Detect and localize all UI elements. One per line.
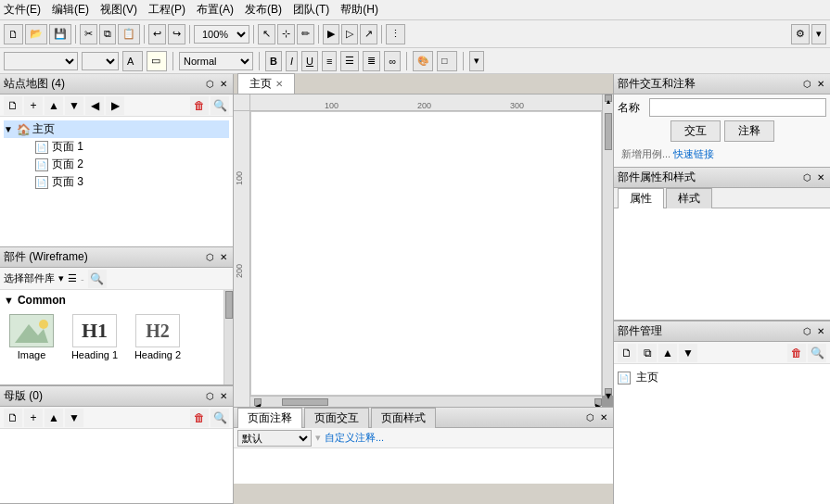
widget-h1-item[interactable]: H1 Heading 1	[67, 314, 122, 360]
master-search-btn[interactable]: 🔍	[211, 409, 229, 427]
compmgr-down-btn[interactable]: ▼	[679, 344, 697, 362]
share-btn[interactable]: ↗	[360, 24, 377, 44]
draw-btn[interactable]: ✏	[297, 24, 314, 44]
preview2-btn[interactable]: ▷	[341, 24, 358, 44]
copy-btn[interactable]: ⧉	[99, 24, 116, 44]
sitemap-page1-item[interactable]: 📄 页面 1	[22, 138, 229, 156]
sitemap-move-left-btn[interactable]: ◀	[85, 96, 104, 115]
sitemap-move-down-btn[interactable]: ▼	[65, 96, 83, 115]
fill-color-btn[interactable]: 🎨	[413, 51, 433, 71]
more-format-btn[interactable]: ▾	[469, 51, 484, 71]
border-color-btn[interactable]: □	[437, 51, 457, 71]
pagenotes-close-icon[interactable]: ✕	[598, 412, 609, 422]
property-tab-style[interactable]: 样式	[666, 188, 712, 208]
sitemap-move-right-btn[interactable]: ▶	[106, 96, 124, 115]
sitemap-root-toggle[interactable]: ▼	[4, 124, 15, 134]
canvas-tab-home[interactable]: 主页 ✕	[237, 73, 295, 94]
menu-publish[interactable]: 发布(B)	[245, 2, 282, 18]
pagenotes-tab-interact[interactable]: 页面交互	[304, 408, 369, 428]
new-btn[interactable]: 🗋	[4, 24, 23, 44]
compmgr-add-btn[interactable]: 🗋	[618, 344, 636, 362]
align-center-btn[interactable]: ☰	[340, 51, 359, 71]
align-left-btn[interactable]: ≡	[322, 51, 337, 71]
align-right-btn[interactable]: ≣	[363, 51, 380, 71]
sitemap-add-child-btn[interactable]: +	[24, 96, 43, 115]
widget-close-icon[interactable]: ✕	[218, 252, 229, 262]
widget-maximize-icon[interactable]: ⬡	[204, 252, 216, 262]
widget-scrollbar[interactable]	[223, 290, 233, 384]
widget-category-toggle[interactable]: ▼	[4, 295, 14, 306]
pagenotes-maximize-icon[interactable]: ⬡	[584, 412, 596, 422]
interaction-name-input[interactable]	[649, 98, 826, 117]
widget-h2-item[interactable]: H2 Heading 2	[130, 314, 185, 360]
master-down-btn[interactable]: ▼	[65, 409, 83, 427]
pagenotes-custom-link[interactable]: 自定义注释...	[325, 431, 384, 445]
underline-btn[interactable]: U	[301, 51, 318, 71]
cut-btn[interactable]: ✂	[80, 24, 97, 44]
pagenotes-tab-notes[interactable]: 页面注释	[237, 408, 302, 428]
menu-help[interactable]: 帮助(H)	[340, 2, 378, 18]
widget-image-item[interactable]: Image	[4, 314, 59, 360]
save-btn[interactable]: 💾	[49, 24, 71, 44]
compmgr-up-btn[interactable]: ▲	[658, 344, 677, 362]
compmgr-maximize-icon[interactable]: ⬡	[801, 326, 813, 336]
interaction-maximize-icon[interactable]: ⬡	[801, 79, 813, 89]
vscroll-track[interactable]	[605, 104, 612, 386]
master-delete-btn[interactable]: 🗑	[190, 409, 209, 427]
sitemap-page3-item[interactable]: 📄 页面 3	[22, 173, 229, 191]
more-btn[interactable]: ⋮	[386, 24, 405, 44]
sitemap-maximize-icon[interactable]: ⬡	[204, 79, 216, 89]
font-size-select[interactable]	[82, 52, 119, 70]
widget-search-btn[interactable]: 🔍	[88, 270, 107, 288]
color-btn[interactable]: A	[122, 51, 143, 71]
canvas-vscroll[interactable]: ▴ ▾	[602, 94, 613, 396]
interact-btn[interactable]: 交互	[670, 120, 721, 142]
canvas-content[interactable]	[250, 111, 602, 396]
link-btn[interactable]: ∞	[384, 51, 401, 71]
open-btn[interactable]: 📂	[25, 24, 47, 44]
select-btn[interactable]: ↖	[258, 24, 275, 44]
canvas-hscroll[interactable]: ◂ ▸	[250, 396, 602, 407]
redo-btn[interactable]: ↪	[168, 24, 185, 44]
hscroll-thumb[interactable]	[282, 398, 328, 406]
hscroll-track[interactable]	[263, 398, 593, 406]
paste-btn[interactable]: 📋	[118, 24, 140, 44]
sitemap-close-icon[interactable]: ✕	[218, 79, 229, 89]
pagenotes-default-select[interactable]: 默认	[237, 430, 312, 447]
connect-btn[interactable]: ⊹	[277, 24, 295, 44]
sitemap-delete-btn[interactable]: 🗑	[190, 96, 209, 115]
master-add-btn[interactable]: 🗋	[4, 409, 22, 427]
menu-layout[interactable]: 布置(A)	[197, 2, 234, 18]
sitemap-page2-item[interactable]: 📄 页面 2	[22, 156, 229, 173]
compmgr-item-home[interactable]: 📄 主页	[618, 368, 826, 387]
hscroll-btn-left[interactable]: ◂	[254, 398, 262, 406]
font-family-select[interactable]	[4, 52, 78, 70]
undo-btn[interactable]: ↩	[148, 24, 166, 44]
master-maximize-icon[interactable]: ⬡	[204, 391, 216, 401]
master-up-btn[interactable]: ▲	[45, 409, 63, 427]
menu-edit[interactable]: 编辑(E)	[52, 2, 89, 18]
vscroll-btn-down[interactable]: ▾	[605, 388, 612, 396]
pagenotes-tab-style[interactable]: 页面样式	[371, 408, 436, 428]
menu-file[interactable]: 文件(E)	[4, 2, 41, 18]
compmgr-search-btn[interactable]: 🔍	[808, 344, 826, 362]
expand-btn[interactable]: ▾	[811, 24, 826, 44]
vscroll-btn-up[interactable]: ▴	[605, 94, 612, 102]
style-select[interactable]: Normal	[179, 52, 253, 70]
settings-btn[interactable]: ⚙	[791, 24, 810, 44]
hint-link[interactable]: 快速链接	[673, 148, 714, 159]
pagenotes-dropdown-arrow[interactable]: ▾	[315, 432, 321, 444]
menu-view[interactable]: 视图(V)	[100, 2, 137, 18]
widget-scroll-thumb[interactable]	[225, 291, 233, 319]
italic-btn[interactable]: I	[286, 51, 298, 71]
zoom-select[interactable]: 100%	[194, 25, 249, 44]
compmgr-delete-btn[interactable]: 🗑	[787, 344, 806, 362]
preview-btn[interactable]: ▶	[323, 24, 339, 44]
property-tab-attrs[interactable]: 属性	[618, 188, 664, 208]
bgcolor-btn[interactable]: ▭	[147, 51, 167, 71]
property-close-icon[interactable]: ✕	[815, 172, 826, 183]
sitemap-root-item[interactable]: ▼ 🏠 主页	[4, 120, 229, 138]
vscroll-thumb[interactable]	[605, 113, 612, 150]
property-maximize-icon[interactable]: ⬡	[801, 172, 813, 183]
sitemap-move-up-btn[interactable]: ▲	[45, 96, 63, 115]
